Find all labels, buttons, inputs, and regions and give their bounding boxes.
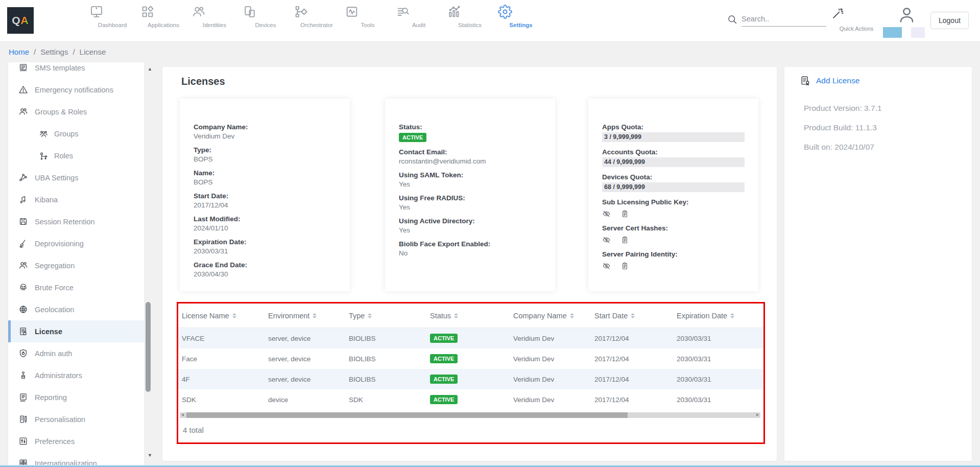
reveal-eye-off-icon[interactable]: [602, 262, 611, 270]
breadcrumb-separator: /: [34, 48, 36, 56]
admin-auth-icon: [18, 348, 28, 358]
licenses-panel: Licenses Company Name:Veridium DevType:B…: [162, 67, 777, 461]
nav-item-dashboard[interactable]: Dashboard: [89, 5, 135, 28]
reveal-eye-off-icon[interactable]: [602, 236, 611, 244]
sidebar-item-preferences[interactable]: Preferences: [8, 430, 144, 452]
breadcrumb-settings[interactable]: Settings: [40, 48, 68, 56]
logo-letter-a: A: [21, 14, 29, 27]
cell-license-name: VFACE: [178, 335, 265, 342]
status-badge: ACTIVE: [430, 334, 458, 343]
sidebar-item-kibana[interactable]: Kibana: [8, 189, 144, 211]
nav-item-tools[interactable]: Tools: [345, 5, 391, 28]
scroll-right-arrow[interactable]: [756, 413, 759, 416]
sidebar-item-deprovisioning[interactable]: Deprovisioning: [8, 232, 144, 254]
table-header-row: License NameEnvironmentTypeStatusCompany…: [178, 303, 763, 328]
cell-status: ACTIVE: [426, 334, 510, 343]
app-logo[interactable]: QA: [7, 7, 34, 34]
quota-bar: 44 / 9,999,999: [602, 157, 745, 167]
sidebar-item-groups[interactable]: Groups: [8, 123, 144, 145]
cell-status: ACTIVE: [426, 395, 510, 404]
field-server-cert-hashes: Server Cert Hashes:: [602, 224, 745, 244]
sidebar-item-reporting[interactable]: Reporting: [8, 386, 144, 408]
sort-carets-icon[interactable]: [730, 313, 734, 318]
sidebar-scrollbar[interactable]: [146, 302, 151, 392]
breadcrumb-home[interactable]: Home: [9, 48, 29, 56]
add-license-button[interactable]: Add License: [800, 75, 859, 86]
sidebar-item-sms-templates[interactable]: SMS templates: [8, 62, 144, 79]
cell-license-name: SDK: [178, 396, 265, 404]
column-header-company-name[interactable]: Company Name: [510, 312, 591, 320]
scroll-left-arrow[interactable]: [181, 413, 184, 416]
cell-start-date: 2017/12/04: [591, 396, 673, 404]
nav-item-devices[interactable]: Devices: [243, 5, 289, 28]
field-accounts-quota: Accounts Quota:44 / 9,999,999: [602, 148, 745, 167]
tools-icon: [345, 5, 391, 19]
sidebar-item-license[interactable]: License: [8, 320, 144, 342]
nav-item-statistics[interactable]: Statistics: [447, 5, 493, 28]
sort-carets-icon[interactable]: [631, 313, 635, 318]
sidebar-item-session-retention[interactable]: Session Retention: [8, 211, 144, 232]
reveal-eye-off-icon[interactable]: [602, 209, 611, 218]
cell-type: BIOLIBS: [345, 355, 426, 363]
language-flag-secondary[interactable]: [911, 27, 925, 38]
column-header-start-date[interactable]: Start Date: [591, 312, 673, 320]
sidebar-item-brute-force[interactable]: Brute Force: [8, 276, 144, 298]
sort-carets-icon[interactable]: [368, 313, 372, 318]
nav-item-applications[interactable]: Applications: [140, 5, 186, 28]
copy-icon[interactable]: [620, 236, 629, 244]
field-status: Status:ACTIVE: [399, 123, 541, 142]
quick-actions-button[interactable]: Quick Actions: [831, 7, 882, 32]
sidebar-item-segregation[interactable]: Segregation: [8, 254, 144, 276]
table-horizontal-scrollbar[interactable]: [180, 412, 760, 418]
nav-item-identities[interactable]: Identities: [192, 5, 237, 28]
sidebar-item-roles[interactable]: Roles: [8, 145, 144, 167]
product-info-line-3: Built on: 2024/10/07: [804, 143, 882, 152]
sidebar-scroll-up-arrow[interactable]: ▲: [148, 66, 152, 72]
applications-icon: [140, 5, 186, 19]
license-info-card-1: Company Name:Veridium DevType:BOPSName:B…: [180, 99, 350, 291]
field-server-pairing-identity: Server Pairing Identity:: [602, 250, 745, 270]
copy-icon[interactable]: [620, 209, 629, 218]
search-input[interactable]: [742, 11, 826, 27]
language-flag-primary[interactable]: [883, 27, 902, 38]
product-info-line-1: Product Version: 3.7.1: [804, 104, 882, 113]
field-company-name: Company Name:Veridium Dev: [194, 123, 336, 140]
sidebar-item-admin-auth[interactable]: Admin auth: [8, 342, 144, 364]
orchestrator-icon: [294, 5, 340, 19]
sort-carets-icon[interactable]: [570, 313, 574, 318]
copy-icon[interactable]: [620, 262, 629, 270]
avatar[interactable]: [897, 6, 916, 25]
nav-item-settings[interactable]: Settings: [498, 5, 544, 28]
cell-environment: device: [265, 396, 345, 404]
sort-carets-icon[interactable]: [232, 313, 236, 318]
logout-button[interactable]: Logout: [930, 12, 969, 29]
nav-item-orchestrator[interactable]: Orchestrator: [294, 5, 340, 28]
sidebar-item-emergency-notifications[interactable]: Emergency notifications: [8, 79, 144, 101]
sidebar-item-geolocation[interactable]: Geolocation: [8, 298, 144, 320]
column-header-type[interactable]: Type: [345, 312, 426, 320]
scrollbar-thumb[interactable]: [186, 412, 628, 418]
field-contact-email: Contact Email:rconstantin@veridiumid.com: [399, 148, 541, 165]
sidebar-item-groups-roles[interactable]: Groups & Roles: [8, 101, 144, 123]
column-header-expiration-date[interactable]: Expiration Date: [673, 312, 763, 320]
sort-carets-icon[interactable]: [454, 313, 458, 318]
sidebar-item-administrators[interactable]: Administrators: [8, 364, 144, 386]
nav-item-audit[interactable]: Audit: [396, 5, 442, 28]
reporting-icon: [18, 392, 28, 402]
column-header-environment[interactable]: Environment: [265, 312, 345, 320]
search-icon: [727, 14, 737, 25]
sort-carets-icon[interactable]: [313, 313, 317, 318]
column-header-license-name[interactable]: License Name: [178, 312, 265, 320]
bottom-accent-strip: [0, 465, 980, 467]
table-row-4f: 4Fserver, deviceBIOLIBSACTIVEVeridium De…: [178, 369, 763, 389]
license-info-card-2: Status:ACTIVEContact Email:rconstantin@v…: [385, 99, 555, 291]
sidebar-scroll-down-arrow[interactable]: ▼: [148, 453, 152, 458]
sidebar-item-uba-settings[interactable]: UBA Settings: [8, 167, 144, 189]
segregation-icon: [18, 261, 28, 270]
column-header-status[interactable]: Status: [426, 312, 510, 320]
table-row-face: Faceserver, deviceBIOLIBSACTIVEVeridium …: [178, 348, 763, 369]
cell-expiration-date: 2030/03/31: [673, 396, 763, 404]
field-devices-quota: Devices Quota:68 / 9,999,999: [602, 173, 745, 192]
emergency-notifications-icon: [18, 85, 28, 95]
sidebar-item-personalisation[interactable]: Personalisation: [8, 408, 144, 430]
